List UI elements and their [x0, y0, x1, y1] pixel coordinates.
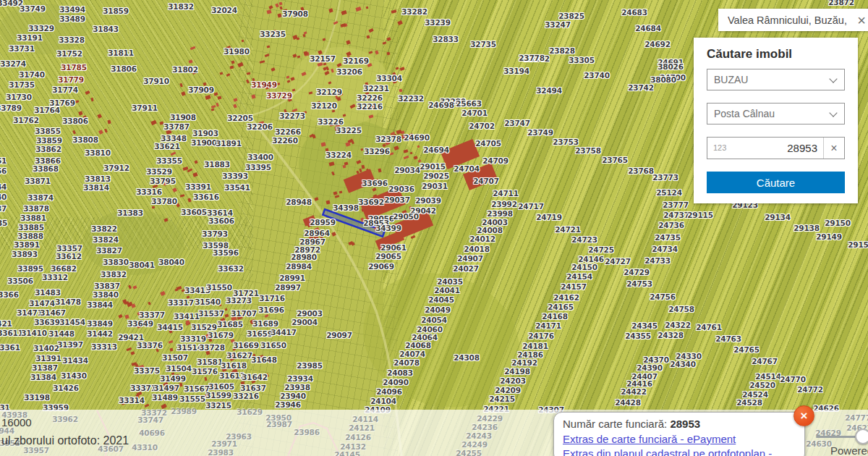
cadastral-number-input[interactable] — [732, 138, 823, 159]
parcel-label: 36682 — [51, 264, 77, 273]
cadastral-plan-extract-link[interactable]: Extras din planul cadastral pe ortofotop… — [563, 447, 794, 456]
parcel-label: 24078 — [393, 358, 420, 367]
parcel-label: 31537 — [198, 309, 224, 318]
parcel-label: 31402 — [33, 344, 59, 352]
geocode-search-box[interactable]: Valea Râmnicului, Buzău, × — [718, 9, 868, 31]
parcel-label: 24704 — [454, 164, 480, 173]
parcel-label: 32260 — [272, 136, 298, 145]
parcel-label: 24702 — [469, 122, 495, 130]
parcel-label: 33393 — [222, 172, 248, 180]
parcel-label: 31467 — [40, 308, 66, 317]
parcel-label: 33787 — [163, 122, 190, 131]
parcel-label: 33885 — [18, 223, 44, 232]
parcel-label: 24711 — [493, 189, 519, 198]
clear-input-icon[interactable]: × — [823, 138, 844, 159]
parcel-label: 33814 — [83, 183, 109, 192]
parcel-label: 24198 — [504, 367, 530, 376]
parcel-label: 33747 — [137, 415, 163, 424]
parcel-label: 33247 — [545, 20, 571, 29]
parcel-label: 31779 — [58, 75, 84, 84]
parcel-label: 31410 — [21, 329, 47, 337]
parcel-label: 23765 — [602, 156, 628, 164]
parcel-label: 31806 — [111, 64, 137, 73]
scale-slider-knob[interactable] — [855, 428, 868, 444]
parcel-label: 32231 — [363, 84, 389, 93]
parcel-label: 33881 — [20, 214, 46, 222]
search-clear-icon[interactable]: × — [855, 13, 868, 28]
parcel-label: 23985 — [297, 361, 323, 370]
parcel-label: 25124 — [656, 188, 682, 197]
parcel-label: 34415 — [157, 323, 183, 332]
parcel-label: 33832 — [101, 270, 127, 279]
parcel-label: 29069 — [368, 262, 394, 271]
parcel-label: 33793 — [202, 229, 228, 238]
parcel-label: 32205 — [227, 114, 253, 122]
parcel-label: 33375 — [134, 366, 160, 375]
parcel-label: 24121 — [349, 423, 375, 432]
parcel-label: 34417 — [271, 328, 297, 337]
parcel-label: 29115 — [687, 211, 713, 219]
parcel-label: 24692 — [644, 40, 671, 48]
parcel-label: 33506 — [7, 276, 33, 285]
parcel-label: 31642 — [242, 373, 268, 381]
parcel-label: 31627 — [226, 351, 252, 360]
parcel-label: 24767 — [752, 357, 778, 366]
parcel-label: 31454 — [59, 318, 85, 326]
parcel-label: 24328 — [658, 331, 684, 339]
parcel-label: 24171 — [535, 321, 561, 330]
parcel-label: 32226 — [357, 93, 383, 102]
parcel-label: 31499 — [160, 374, 186, 383]
parcel-label: 31550 — [206, 283, 232, 292]
search-button[interactable]: Căutare — [707, 172, 845, 193]
parcel-label: 31576 — [192, 367, 218, 376]
parcel-label: 61 — [0, 156, 7, 165]
parcel-label: 23742 — [628, 83, 654, 92]
parcel-label: 29097 — [326, 331, 352, 339]
parcel-label: 24765 — [733, 345, 760, 354]
map-scale-text: 16000 — [1, 416, 32, 428]
land-book-extract-link[interactable]: Extras de carte funciară - ePayment — [563, 433, 794, 445]
parcel-label: 24192 — [511, 358, 537, 367]
locality-select[interactable]: Posta Câlnau — [707, 103, 845, 124]
parcel-label: 24027 — [453, 264, 479, 273]
county-select[interactable]: BUZAU — [707, 69, 845, 90]
parcel-label: 24126 — [345, 433, 371, 442]
parcel-label: 32129 — [316, 88, 342, 96]
parcel-label: 32169 — [343, 56, 369, 65]
parcel-label: 33224 — [326, 151, 352, 159]
parcel-label: 24012 — [469, 235, 495, 243]
parcel-label: 33696 — [362, 179, 388, 187]
parcel-label: 37909 — [188, 85, 214, 94]
parcel-label: 24733 — [644, 256, 671, 265]
building-footprint — [107, 119, 111, 124]
parcel-label: 34398 — [333, 203, 359, 212]
parcel-label: 24041 — [434, 286, 460, 295]
parcel-label: 28948 — [286, 198, 312, 206]
parcel-label: 24520 — [749, 381, 775, 389]
parcel-label: 38080 — [650, 75, 676, 84]
parcel-label: 33494 — [59, 5, 85, 14]
parcel-label: 29039 — [415, 196, 441, 205]
parcel-label: 24154 — [566, 272, 592, 281]
parcel-label: 31859 — [103, 7, 129, 15]
parcel-label: 24756 — [650, 292, 676, 301]
parcel-label: 31478 — [55, 297, 81, 306]
parcel-label: 33891 — [14, 240, 40, 249]
parcel-label: 33962 — [52, 415, 78, 423]
parcel-label: 24734 — [652, 245, 678, 253]
parcel-label: 33878 — [23, 204, 49, 213]
map-application: 3349233749334943185933489318323202437908… — [0, 0, 868, 456]
search-query-text: Valea Râmnicului, Buzău, — [728, 14, 855, 26]
parcel-label: 24729 — [624, 268, 650, 276]
parcel-label: 33273 — [226, 296, 252, 305]
parcel-label: 23749 — [527, 128, 553, 137]
popup-close-button[interactable]: × — [793, 405, 814, 426]
parcel-label: 31785 — [61, 63, 87, 72]
parcel-label: 31949 — [251, 80, 277, 89]
parcel-label: 33225 — [336, 126, 362, 135]
parcel-label: 31752 — [56, 49, 82, 58]
parcel-label: 33529 — [146, 167, 172, 176]
parcel-label: 33692 — [358, 198, 384, 206]
parcel-label: 24777 — [845, 413, 868, 422]
parcel-label: 23777 — [663, 200, 689, 209]
